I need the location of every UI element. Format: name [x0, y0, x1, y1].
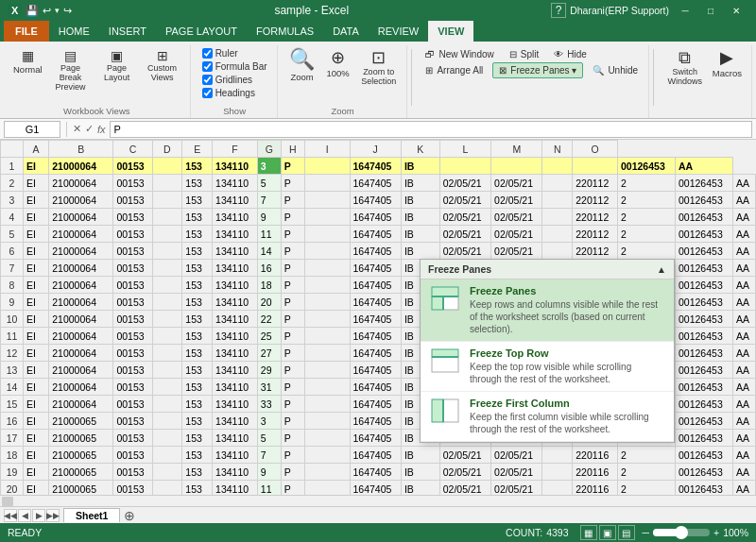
cell-undefined-3[interactable]: 00126453	[676, 192, 733, 209]
cell-o-3[interactable]: 220112	[573, 192, 618, 209]
cell-f-18[interactable]: 134110	[213, 447, 258, 464]
cell-h-7[interactable]: P	[281, 260, 304, 277]
cell-a-7[interactable]: EI	[24, 260, 49, 277]
cell-i-11[interactable]	[304, 328, 350, 345]
cell-undefined-1[interactable]: 00126453	[618, 158, 676, 175]
sheet-nav-last[interactable]: ▶▶	[46, 509, 60, 522]
row-header-19[interactable]: 19	[1, 464, 24, 481]
cell-d-11[interactable]	[152, 328, 182, 345]
cell-c-12[interactable]: 00153	[113, 345, 152, 362]
col-header-o[interactable]: O	[573, 141, 618, 158]
cell-a-17[interactable]: EI	[24, 430, 49, 447]
cell-undefined-17[interactable]: 00126453	[676, 430, 733, 447]
cell-e-6[interactable]: 153	[182, 243, 213, 260]
cell-undefined-12[interactable]: 00126453	[676, 345, 733, 362]
cell-undefined-16[interactable]: AA	[733, 413, 756, 430]
cell-h-13[interactable]: P	[281, 362, 304, 379]
cell-k-1[interactable]: IB	[401, 158, 439, 175]
cell-c-19[interactable]: 00153	[113, 464, 152, 481]
cell-o-19[interactable]: 220116	[573, 464, 618, 481]
row-header-8[interactable]: 8	[1, 277, 24, 294]
hide-button[interactable]: 👁 Hide	[548, 47, 593, 61]
row-header-10[interactable]: 10	[1, 311, 24, 328]
cell-c-18[interactable]: 00153	[113, 447, 152, 464]
zoom-increase-btn[interactable]: +	[713, 527, 719, 538]
cell-f-3[interactable]: 134110	[213, 192, 258, 209]
cell-m-1[interactable]	[491, 158, 542, 175]
cell-n-18[interactable]	[542, 447, 573, 464]
cell-g-3[interactable]: 7	[257, 192, 281, 209]
row-header-7[interactable]: 7	[1, 260, 24, 277]
cell-undefined-18[interactable]: 00126453	[676, 447, 733, 464]
cell-k-5[interactable]: IB	[401, 226, 439, 243]
normal-view-button[interactable]: ▦ Normal	[9, 47, 46, 76]
cell-a-15[interactable]: EI	[24, 396, 49, 413]
cell-e-18[interactable]: 153	[182, 447, 213, 464]
cell-undefined-10[interactable]: AA	[733, 311, 756, 328]
cell-undefined-15[interactable]: AA	[733, 396, 756, 413]
col-header-g[interactable]: G	[257, 141, 281, 158]
cell-j-2[interactable]: 1647405	[350, 175, 401, 192]
cell-undefined-12[interactable]: AA	[733, 345, 756, 362]
cell-g-12[interactable]: 27	[257, 345, 281, 362]
close-button[interactable]: ✕	[724, 0, 748, 21]
cell-c-17[interactable]: 00153	[113, 430, 152, 447]
page-break-preview-button[interactable]: ▤ Page Break Preview	[48, 47, 94, 94]
row-header-16[interactable]: 16	[1, 413, 24, 430]
cell-a-10[interactable]: EI	[24, 311, 49, 328]
cell-a-3[interactable]: EI	[24, 192, 49, 209]
row-header-3[interactable]: 3	[1, 192, 24, 209]
cell-g-7[interactable]: 16	[257, 260, 281, 277]
cell-a-12[interactable]: EI	[24, 345, 49, 362]
cell-j-13[interactable]: 1647405	[350, 362, 401, 379]
cell-g-9[interactable]: 20	[257, 294, 281, 311]
cell-o-6[interactable]: 220112	[573, 243, 618, 260]
cell-i-7[interactable]	[304, 260, 350, 277]
freeze-panes-dropdown[interactable]: Freeze Panes ▲ Freeze Panes Keep rows an…	[420, 259, 675, 443]
tab-view[interactable]: VIEW	[428, 21, 473, 42]
cell-c-9[interactable]: 00153	[113, 294, 152, 311]
sheet-nav-first[interactable]: ◀◀	[4, 509, 17, 522]
cell-a-13[interactable]: EI	[24, 362, 49, 379]
cell-h-8[interactable]: P	[281, 277, 304, 294]
cell-b-2[interactable]: 21000064	[49, 175, 113, 192]
cell-h-1[interactable]: P	[281, 158, 304, 175]
row-header-9[interactable]: 9	[1, 294, 24, 311]
cell-i-3[interactable]	[304, 192, 350, 209]
cell-a-20[interactable]: EI	[24, 481, 49, 496]
cell-b-13[interactable]: 21000064	[49, 362, 113, 379]
cell-undefined-14[interactable]: 00126453	[676, 379, 733, 396]
cell-h-10[interactable]: P	[281, 311, 304, 328]
custom-views-button[interactable]: ⊞ Custom Views	[141, 47, 184, 85]
col-header-e[interactable]: E	[182, 141, 213, 158]
freeze-top-row-option[interactable]: Freeze Top Row Keep the top row visible …	[421, 342, 674, 392]
cell-j-3[interactable]: 1647405	[350, 192, 401, 209]
cell-o-18[interactable]: 220116	[573, 447, 618, 464]
cell-undefined-4[interactable]: AA	[733, 209, 756, 226]
cell-h-3[interactable]: P	[281, 192, 304, 209]
cell-j-6[interactable]: 1647405	[350, 243, 401, 260]
cell-k-3[interactable]: IB	[401, 192, 439, 209]
cell-h-5[interactable]: P	[281, 226, 304, 243]
cell-d-13[interactable]	[152, 362, 182, 379]
row-header-15[interactable]: 15	[1, 396, 24, 413]
cell-undefined-1[interactable]: AA	[676, 158, 733, 175]
cell-b-16[interactable]: 21000065	[49, 413, 113, 430]
cell-l-6[interactable]: 02/05/21	[439, 243, 490, 260]
cell-f-19[interactable]: 134110	[213, 464, 258, 481]
freeze-panes-option[interactable]: Freeze Panes Keep rows and columns visib…	[421, 279, 674, 342]
cell-f-1[interactable]: 134110	[213, 158, 258, 175]
quick-access-redo[interactable]: ↪	[63, 5, 72, 17]
cell-o-5[interactable]: 220112	[573, 226, 618, 243]
cell-undefined-2[interactable]: 00126453	[676, 175, 733, 192]
cell-undefined-3[interactable]: AA	[733, 192, 756, 209]
row-header-17[interactable]: 17	[1, 430, 24, 447]
cell-j-15[interactable]: 1647405	[350, 396, 401, 413]
cell-d-14[interactable]	[152, 379, 182, 396]
cell-b-20[interactable]: 21000065	[49, 481, 113, 496]
cell-n-20[interactable]	[542, 481, 573, 496]
cell-e-7[interactable]: 153	[182, 260, 213, 277]
col-header-m[interactable]: M	[491, 141, 542, 158]
cell-e-3[interactable]: 153	[182, 192, 213, 209]
cell-d-3[interactable]	[152, 192, 182, 209]
